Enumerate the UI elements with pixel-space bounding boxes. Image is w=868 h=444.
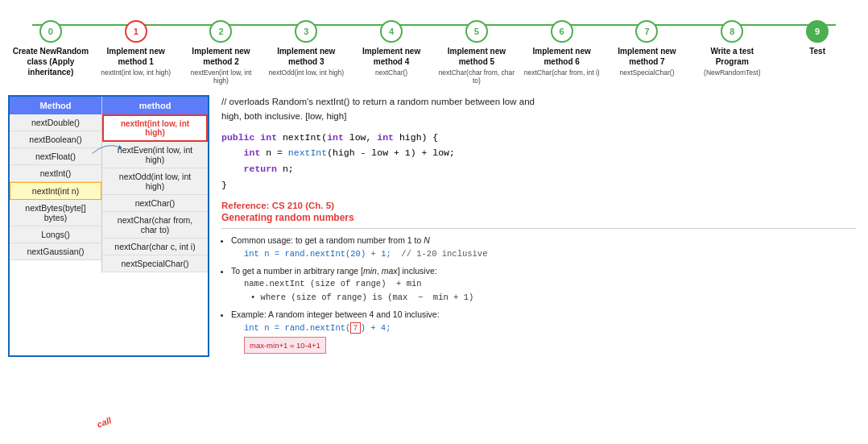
timeline-label-1: Implement new method 1 — [97, 46, 174, 67]
timeline-label-0: Create NewRandom class (Apply inheritanc… — [12, 46, 89, 77]
timeline-sublabel-2: nextEven(int low, int high) — [183, 68, 259, 85]
timeline-circle-0: 0 — [39, 20, 62, 43]
col-new-methods: method nextInt(int low, int high) nextEv… — [102, 97, 208, 272]
ref-bullet-2: To get a number in arbitrary range [min,… — [231, 264, 856, 305]
row-new-nextInt: nextInt(int low, int high) — [102, 114, 208, 142]
timeline-circle-9: 9 — [806, 20, 829, 43]
timeline-sublabel-5: nextChar(char from, char to) — [438, 68, 515, 85]
row-longs: Longs() — [10, 226, 101, 243]
row-nextChar: nextChar() — [102, 195, 208, 212]
timeline-item-8: 8 Write a test Program (NewRandomTest) — [689, 20, 775, 77]
timeline-label-6: Implement new method 6 — [523, 46, 600, 67]
timeline-circle-5: 5 — [465, 20, 488, 43]
timeline-label-4: Implement new method 4 — [353, 46, 430, 67]
timeline-sublabel-6: nextChar(char from, int i) — [524, 68, 600, 77]
timeline-circle-2: 2 — [209, 20, 232, 43]
timeline-item-1: 1 Implement new method 1 nextInt(int low… — [93, 20, 179, 77]
timeline-item-6: 6 Implement new method 6 nextChar(char f… — [519, 20, 605, 77]
call-arrow — [82, 139, 130, 156]
ref-bullet-3: Example: A random integer between 4 and … — [231, 308, 856, 354]
timeline-item-4: 4 Implement new method 4 nextChar() — [349, 20, 434, 77]
timeline-item-0: 0 Create NewRandom class (Apply inherita… — [8, 20, 93, 77]
row-nextCharCI: nextChar(char c, int i) — [102, 239, 208, 255]
main-content: Method nextDouble() nextBoolean() nextFl… — [0, 89, 868, 363]
code-block: public int nextInt(int low, int high) { … — [221, 130, 856, 193]
row-nextGaussian: nextGaussian() — [10, 243, 101, 260]
reference-section: Reference: CS 210 (Ch. 5) Generating ran… — [221, 201, 856, 354]
ref-list: Common usage: to get a random number fro… — [221, 234, 856, 354]
ref-title: Reference: CS 210 (Ch. 5) — [221, 201, 856, 210]
col-inherited-header: Method — [10, 97, 101, 114]
timeline-label-9: Test — [809, 46, 825, 56]
timeline-item-2: 2 Implement new method 2 nextEven(int lo… — [179, 20, 264, 85]
timeline-item-7: 7 Implement new method 7 nextSpecialChar… — [605, 20, 690, 77]
row-nextInt: nextInt() — [10, 165, 101, 182]
ref-code-3: int n = rand.nextInt(7) + 4; — [244, 322, 856, 335]
row-nextSpecialChar: nextSpecialChar() — [102, 255, 208, 272]
timeline-item-9: 9 Test — [775, 20, 860, 56]
timeline-circle-4: 4 — [380, 20, 403, 43]
ref-code-2: name.nextInt (size of range) + min — [244, 277, 856, 291]
timeline-label-8: Write a test Program — [694, 46, 771, 67]
ref-code-2b: • where (size of range) is (max − min + … — [250, 291, 856, 305]
timeline-item-5: 5 Implement new method 5 nextChar(char f… — [434, 20, 519, 85]
timeline-sublabel-4: nextChar() — [375, 68, 407, 77]
timeline-label-7: Implement new method 7 — [609, 46, 685, 67]
timeline-item-3: 3 Implement new method 3 nextOdd(int low… — [263, 20, 349, 77]
timeline-sublabel-1: nextInt(int low, int high) — [101, 68, 171, 77]
timeline-sublabel-3: nextOdd(int low, int high) — [269, 68, 345, 77]
col-inherited: Method nextDouble() nextBoolean() nextFl… — [10, 97, 102, 272]
ref-code-1: int n = rand.nextInt(20) + 1; // 1-20 in… — [244, 247, 856, 261]
left-panel: Method nextDouble() nextBoolean() nextFl… — [8, 95, 209, 356]
ref-bullet-1: Common usage: to get a random number fro… — [231, 234, 856, 261]
col-new-methods-header: method — [102, 97, 208, 114]
call-label: call — [96, 416, 113, 430]
note-box: max-min+1 = 10-4+1 — [244, 337, 326, 354]
row-nextDouble: nextDouble() — [10, 114, 101, 131]
timeline-circle-8: 8 — [721, 20, 743, 43]
timeline-circle-1: 1 — [125, 20, 147, 43]
method-table: Method nextDouble() nextBoolean() nextFl… — [10, 97, 208, 272]
right-panel: // overloads Random's nextInt() to retur… — [217, 95, 860, 356]
ref-divider — [221, 228, 856, 229]
timeline-section: 0 Create NewRandom class (Apply inherita… — [0, 0, 868, 89]
timeline-circle-6: 6 — [551, 20, 573, 43]
timeline-circle-7: 7 — [635, 20, 658, 43]
timeline-label-5: Implement new method 5 — [438, 46, 515, 67]
row-nextOdd: nextOdd(int low, int high) — [102, 168, 208, 195]
timeline-sublabel-8: (NewRandomTest) — [704, 68, 760, 77]
timeline-sublabel-7: nextSpecialChar() — [619, 68, 674, 77]
row-nextCharFromTo: nextChar(char from, char to) — [102, 212, 208, 239]
timeline-circle-3: 3 — [295, 20, 317, 43]
ref-subtitle: Generating random numbers — [221, 212, 856, 223]
timeline-label-2: Implement new method 2 — [183, 46, 259, 67]
row-nextBytes: nextBytes(byte[] bytes) — [10, 200, 101, 226]
row-nextInt-n: nextInt(int n) — [10, 182, 101, 200]
timeline-label-3: Implement new method 3 — [268, 46, 345, 67]
code-comment: // overloads Random's nextInt() to retur… — [221, 95, 856, 123]
timeline-container: 0 Create NewRandom class (Apply inherita… — [8, 8, 860, 85]
